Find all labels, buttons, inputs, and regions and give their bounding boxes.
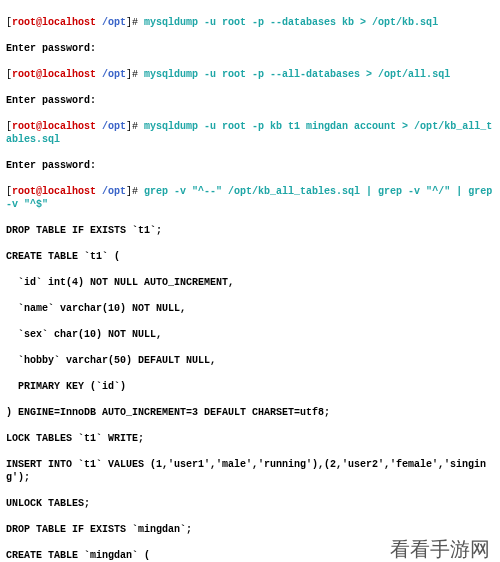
prompt-line-4: [root@localhost /opt]# grep -v "^--" /op… (6, 185, 494, 211)
sql-line: `sex` char(10) NOT NULL, (6, 328, 494, 341)
prompt-line-2: [root@localhost /opt]# mysqldump -u root… (6, 68, 494, 81)
sql-line: CREATE TABLE `mingdan` ( (6, 549, 494, 562)
sql-line: LOCK TABLES `t1` WRITE; (6, 432, 494, 445)
sql-line: `name` varchar(10) NOT NULL, (6, 302, 494, 315)
sql-line: `id` int(4) NOT NULL AUTO_INCREMENT, (6, 276, 494, 289)
enter-password-2: Enter password: (6, 94, 494, 107)
sql-line: DROP TABLE IF EXISTS `t1`; (6, 224, 494, 237)
sql-line: INSERT INTO `t1` VALUES (1,'user1','male… (6, 458, 494, 484)
terminal[interactable]: [root@localhost /opt]# mysqldump -u root… (0, 0, 500, 562)
sql-line: PRIMARY KEY (`id`) (6, 380, 494, 393)
prompt-line-1: [root@localhost /opt]# mysqldump -u root… (6, 16, 494, 29)
sql-line: DROP TABLE IF EXISTS `mingdan`; (6, 523, 494, 536)
enter-password-1: Enter password: (6, 42, 494, 55)
sql-line: ) ENGINE=InnoDB AUTO_INCREMENT=3 DEFAULT… (6, 406, 494, 419)
sql-line: CREATE TABLE `t1` ( (6, 250, 494, 263)
cmd-1: mysqldump -u root -p --databases kb > /o… (144, 17, 438, 28)
sql-line: UNLOCK TABLES; (6, 497, 494, 510)
enter-password-3: Enter password: (6, 159, 494, 172)
cmd-2: mysqldump -u root -p --all-databases > /… (144, 69, 450, 80)
sql-line: `hobby` varchar(50) DEFAULT NULL, (6, 354, 494, 367)
prompt-line-3: [root@localhost /opt]# mysqldump -u root… (6, 120, 494, 146)
